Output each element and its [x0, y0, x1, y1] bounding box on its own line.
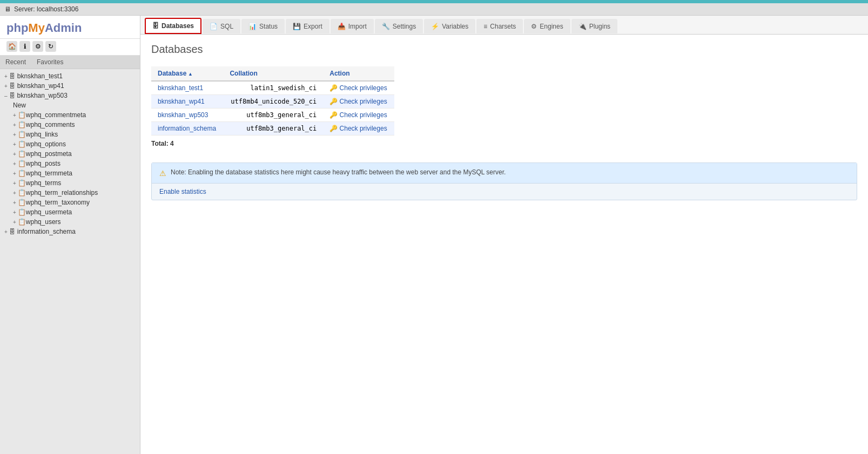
server-icon: 🖥	[4, 5, 11, 13]
db-name-link[interactable]: bknskhan_test1	[158, 84, 203, 92]
new-label: New	[13, 101, 26, 109]
db-label: bknskhan_wp503	[17, 92, 68, 99]
collation-cell: utf8mb3_general_ci	[223, 109, 323, 122]
table-icon: 📋	[18, 170, 26, 177]
db-label: bknskhan_wp41	[17, 82, 64, 90]
db-name-cell: information_schema	[151, 122, 223, 135]
expand-icon: +	[13, 112, 16, 118]
table-icon: 📋	[18, 199, 26, 206]
sidebar-icon-row: 🏠 ℹ ⚙ ↻	[0, 39, 140, 56]
check-privileges-link[interactable]: 🔑 Check privileges	[329, 84, 388, 92]
table-row: bknskhan_test1latin1_swedish_ci🔑 Check p…	[151, 81, 394, 95]
server-bar: 🖥 Server: localhost:3306	[0, 3, 868, 16]
expand-icon: +	[13, 171, 16, 177]
table-icon: 📋	[18, 218, 26, 226]
charsets-label: Charsets	[490, 23, 516, 30]
sidebar-item-wphq-termmeta[interactable]: + 📋 wphq_termmeta	[0, 168, 140, 178]
home-icon[interactable]: 🏠	[6, 41, 17, 52]
sidebar-item-wphq-comments[interactable]: + 📋 wphq_comments	[0, 120, 140, 130]
stats-note: ⚠ Note: Enabling the database statistics…	[152, 163, 857, 184]
sidebar-item-wphq-commentmeta[interactable]: + 📋 wphq_commentmeta	[0, 110, 140, 120]
sidebar-item-wphq-terms[interactable]: + 📋 wphq_terms	[0, 178, 140, 188]
enable-statistics-link[interactable]: Enable statistics	[152, 184, 857, 200]
page-content: Databases Database Collation Action bkns…	[140, 35, 868, 454]
table-label: wphq_term_relationships	[26, 189, 98, 196]
tab-import[interactable]: 📥 Import	[331, 19, 374, 33]
action-cell: 🔑 Check privileges	[323, 122, 394, 135]
databases-icon: 🗄	[152, 22, 159, 30]
tab-plugins[interactable]: 🔌 Plugins	[571, 19, 617, 33]
settings-small-icon[interactable]: ⚙	[32, 41, 43, 52]
expand-icon: +	[13, 132, 16, 138]
table-icon: 📋	[18, 189, 26, 196]
sidebar-tabs: Recent Favorites	[0, 56, 140, 69]
check-privileges-link[interactable]: 🔑 Check privileges	[329, 111, 388, 119]
sidebar-item-wphq-users[interactable]: + 📋 wphq_users	[0, 217, 140, 227]
db-name-link[interactable]: bknskhan_wp503	[158, 111, 208, 119]
tab-status[interactable]: 📊 Status	[241, 19, 285, 33]
tab-bar: 🗄 Databases 📄 SQL 📊 Status 💾 Export 📥 Im…	[140, 16, 868, 35]
db-icon: 🗄	[9, 83, 15, 89]
table-label: wphq_posts	[26, 160, 60, 167]
table-icon: 📋	[18, 121, 26, 128]
tab-variables[interactable]: ⚡ Variables	[424, 19, 475, 33]
logo-admin: Admin	[45, 21, 82, 35]
table-row: information_schemautf8mb3_general_ci🔑 Ch…	[151, 122, 394, 135]
sidebar-item-wphq-options[interactable]: + 📋 wphq_options	[0, 139, 140, 149]
sidebar-item-information-schema[interactable]: + 🗄 information_schema	[0, 227, 140, 236]
page-title: Databases	[151, 43, 857, 56]
export-icon: 💾	[293, 23, 301, 30]
engines-label: Engines	[540, 23, 563, 30]
table-label: wphq_comments	[26, 121, 75, 128]
check-privileges-link[interactable]: 🔑 Check privileges	[329, 98, 388, 105]
db-icon: 🗄	[9, 73, 15, 79]
sidebar-item-wphq-postmeta[interactable]: + 📋 wphq_postmeta	[0, 149, 140, 159]
tab-recent[interactable]: Recent	[0, 56, 31, 69]
tab-engines[interactable]: ⚙ Engines	[524, 19, 570, 33]
col-database[interactable]: Database	[151, 66, 223, 81]
sidebar-item-bknskhan-wp503[interactable]: – 🗄 bknskhan_wp503	[0, 91, 140, 100]
expand-icon: +	[13, 161, 16, 167]
tab-settings[interactable]: 🔧 Settings	[375, 19, 423, 33]
db-icon: 🗄	[9, 228, 15, 235]
db-name-link[interactable]: information_schema	[158, 125, 216, 132]
info-icon[interactable]: ℹ	[19, 41, 30, 52]
expand-icon: +	[13, 151, 16, 157]
sidebar-item-wphq-usermeta[interactable]: + 📋 wphq_usermeta	[0, 207, 140, 217]
col-action: Action	[323, 66, 394, 81]
tab-databases[interactable]: 🗄 Databases	[145, 18, 201, 34]
table-label: wphq_options	[26, 140, 66, 148]
tab-charsets[interactable]: ≡ Charsets	[476, 19, 523, 33]
export-label: Export	[304, 23, 322, 30]
sidebar-item-new[interactable]: New	[0, 100, 140, 110]
sidebar-item-bknskhan-wp41[interactable]: + 🗄 bknskhan_wp41	[0, 81, 140, 91]
table-label: wphq_postmeta	[26, 150, 72, 158]
sidebar-item-wphq-term-taxonomy[interactable]: + 📋 wphq_term_taxonomy	[0, 198, 140, 207]
check-privileges-link[interactable]: 🔑 Check privileges	[329, 125, 388, 132]
sidebar-item-bknskhan-test1[interactable]: + 🗄 bknskhan_test1	[0, 71, 140, 81]
table-icon: 📋	[18, 131, 26, 138]
tab-favorites[interactable]: Favorites	[31, 56, 69, 69]
sidebar-item-wphq-posts[interactable]: + 📋 wphq_posts	[0, 159, 140, 168]
tab-export[interactable]: 💾 Export	[286, 19, 329, 33]
action-cell: 🔑 Check privileges	[323, 109, 394, 122]
import-icon: 📥	[338, 23, 346, 30]
db-name-cell: bknskhan_wp41	[151, 95, 223, 109]
sidebar-item-wphq-term-relationships[interactable]: + 📋 wphq_term_relationships	[0, 188, 140, 198]
table-label: wphq_usermeta	[26, 208, 72, 216]
collation-cell: latin1_swedish_ci	[223, 81, 323, 95]
table-label: wphq_commentmeta	[26, 111, 86, 119]
db-icon: 🗄	[9, 92, 15, 99]
variables-label: Variables	[442, 23, 468, 30]
sidebar-item-wphq-links[interactable]: + 📋 wphq_links	[0, 130, 140, 139]
table-icon: 📋	[18, 140, 26, 148]
db-name-link[interactable]: bknskhan_wp41	[158, 98, 205, 105]
action-cell: 🔑 Check privileges	[323, 95, 394, 109]
tab-sql[interactable]: 📄 SQL	[203, 19, 240, 33]
status-icon: 📊	[248, 23, 257, 30]
refresh-icon[interactable]: ↻	[45, 41, 56, 52]
stats-box: ⚠ Note: Enabling the database statistics…	[151, 162, 857, 200]
table-icon: 📋	[18, 179, 26, 187]
expand-icon: –	[4, 93, 8, 99]
import-label: Import	[348, 23, 367, 30]
